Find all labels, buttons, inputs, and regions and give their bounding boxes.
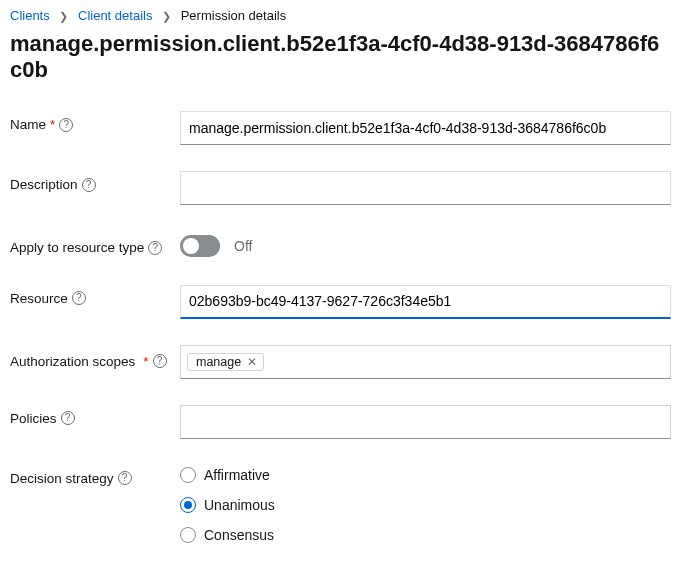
scope-chip-label: manage <box>196 355 241 369</box>
scope-chip: manage ✕ <box>187 353 264 371</box>
breadcrumb-clients[interactable]: Clients <box>10 8 50 23</box>
apply-resource-type-toggle[interactable] <box>180 235 220 257</box>
label-policies: Policies ? <box>10 405 180 426</box>
label-decision-strategy: Decision strategy ? <box>10 465 180 486</box>
help-icon[interactable]: ? <box>59 118 73 132</box>
radio-unanimous[interactable]: Unanimous <box>180 497 671 513</box>
radio-icon <box>180 527 196 543</box>
required-indicator: * <box>143 351 148 373</box>
policies-field[interactable] <box>180 405 671 439</box>
radio-affirmative[interactable]: Affirmative <box>180 467 671 483</box>
help-icon[interactable]: ? <box>82 178 96 192</box>
required-indicator: * <box>50 117 55 132</box>
help-icon[interactable]: ? <box>118 471 132 485</box>
authorization-scopes-field[interactable]: manage ✕ <box>180 345 671 379</box>
close-icon[interactable]: ✕ <box>247 356 257 368</box>
radio-icon <box>180 467 196 483</box>
radio-label: Unanimous <box>204 497 275 513</box>
toggle-knob <box>183 238 199 254</box>
label-resource: Resource ? <box>10 285 180 306</box>
radio-label: Consensus <box>204 527 274 543</box>
decision-strategy-group: Affirmative Unanimous Consensus <box>180 465 671 543</box>
radio-label: Affirmative <box>204 467 270 483</box>
description-input[interactable] <box>180 171 671 205</box>
breadcrumb: Clients ❯ Client details ❯ Permission de… <box>10 8 671 23</box>
chevron-right-icon: ❯ <box>59 10 68 22</box>
help-icon[interactable]: ? <box>148 241 162 255</box>
help-icon[interactable]: ? <box>153 354 167 368</box>
breadcrumb-current: Permission details <box>181 8 287 23</box>
label-name: Name * ? <box>10 111 180 132</box>
help-icon[interactable]: ? <box>72 291 86 305</box>
page-title: manage.permission.client.b52e1f3a-4cf0-4… <box>10 31 671 83</box>
radio-icon <box>180 497 196 513</box>
label-authorization-scopes: Authorization scopes * ? <box>10 345 180 373</box>
radio-consensus[interactable]: Consensus <box>180 527 671 543</box>
help-icon[interactable]: ? <box>61 411 75 425</box>
name-input[interactable] <box>180 111 671 145</box>
breadcrumb-client-details[interactable]: Client details <box>78 8 152 23</box>
resource-input[interactable] <box>180 285 671 319</box>
label-apply-resource-type: Apply to resource type ? <box>10 231 180 259</box>
chevron-right-icon: ❯ <box>162 10 171 22</box>
toggle-state-label: Off <box>234 238 252 254</box>
label-description: Description ? <box>10 171 180 192</box>
